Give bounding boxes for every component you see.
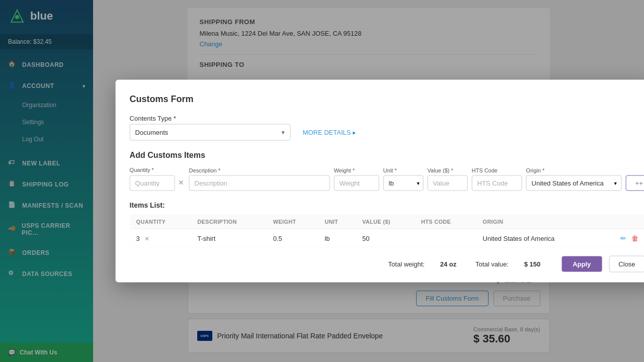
chevron-right-icon: ▸ — [353, 129, 356, 136]
row-unit: lb — [318, 229, 356, 247]
contents-type-section: Contents Type * Documents Gift Merchandi… — [130, 115, 644, 141]
edit-row-button[interactable]: ✏ — [620, 234, 626, 242]
row-quantity: 3 ✕ — [130, 229, 191, 247]
modal-title: Customs Form — [130, 94, 644, 105]
apply-button[interactable]: Apply — [561, 256, 602, 272]
col-quantity: QUANTITY — [130, 214, 191, 229]
weight-label: Weight * — [334, 167, 379, 173]
row-actions: ✏ 🗑 — [600, 229, 644, 247]
unit-label: Unit * — [383, 167, 424, 173]
customs-form-modal: Customs Form Contents Type * Documents G… — [116, 80, 644, 283]
plus-icon: + — [635, 179, 639, 187]
value-field-group: Value ($) * — [428, 167, 468, 191]
more-details-button[interactable]: MORE DETAILS ▸ — [303, 129, 357, 136]
quantity-label: Quantity * — [130, 167, 185, 173]
add-items-form-row: Quantity * ✕ Description * Weight * Unit… — [130, 167, 644, 191]
contents-type-select-wrap: Documents Gift Merchandise Other ▼ — [130, 124, 291, 141]
col-unit: UNIT — [318, 214, 356, 229]
modal-footer: Total weight: 24 oz Total value: $ 150 A… — [130, 256, 644, 273]
add-item-button[interactable]: + + Add — [626, 175, 644, 191]
quantity-input[interactable] — [130, 175, 175, 191]
unit-field-group: Unit * lb kg oz ▼ — [383, 167, 424, 191]
items-list-title: Items List: — [130, 201, 644, 209]
hts-field-group: HTS Code — [472, 167, 522, 191]
total-info: Total weight: 24 oz Total value: $ 150 — [388, 260, 551, 268]
col-origin: ORIGIN — [476, 214, 600, 229]
col-weight: WEIGHT — [267, 214, 319, 229]
origin-select[interactable]: United States of America Canada Mexico U… — [526, 175, 622, 191]
unit-select[interactable]: lb kg oz — [383, 175, 424, 191]
description-label: Description * — [189, 167, 330, 173]
total-value-label: Total value: $ 150 — [475, 260, 540, 268]
description-field-group: Description * — [189, 167, 330, 191]
row-origin: United States of America — [476, 229, 600, 247]
weight-input[interactable] — [334, 175, 379, 191]
row-value: 50 — [356, 229, 415, 247]
weight-field-group: Weight * — [334, 167, 379, 191]
origin-field-group: Origin * United States of America Canada… — [526, 167, 622, 191]
description-input[interactable] — [189, 175, 330, 191]
contents-type-label: Contents Type * — [130, 115, 644, 122]
row-description: T-shirt — [191, 229, 267, 247]
col-value: VALUE ($) — [356, 214, 415, 229]
total-weight-label: Total weight: 24 oz — [388, 260, 458, 268]
total-weight-value: 24 oz — [440, 260, 457, 268]
items-table-body: 3 ✕ T-shirt 0.5 lb 50 United States of A… — [130, 229, 644, 247]
col-actions — [600, 214, 644, 229]
value-label: Value ($) * — [428, 167, 468, 173]
close-button[interactable]: Close — [609, 256, 644, 273]
col-description: DESCRIPTION — [191, 214, 267, 229]
hts-code-input[interactable] — [472, 175, 522, 191]
col-hts-code: HTS CODE — [415, 214, 476, 229]
items-table-header: QUANTITY DESCRIPTION WEIGHT UNIT VALUE (… — [130, 214, 644, 229]
table-row: 3 ✕ T-shirt 0.5 lb 50 United States of A… — [130, 229, 644, 247]
contents-type-select[interactable]: Documents Gift Merchandise Other — [130, 124, 291, 141]
total-value-value: $ 150 — [524, 260, 541, 268]
value-input[interactable] — [428, 175, 468, 191]
row-weight: 0.5 — [267, 229, 319, 247]
quantity-clear-icon[interactable]: ✕ — [177, 175, 185, 190]
items-table: QUANTITY DESCRIPTION WEIGHT UNIT VALUE (… — [130, 214, 644, 248]
row-remove-icon[interactable]: ✕ — [144, 235, 149, 242]
quantity-field-group: Quantity * ✕ — [130, 167, 185, 191]
row-hts-code — [415, 229, 476, 247]
add-customs-items-heading: Add Customs Items — [130, 151, 644, 160]
delete-row-button[interactable]: 🗑 — [631, 234, 638, 242]
hts-label: HTS Code — [472, 167, 522, 173]
origin-label: Origin * — [526, 167, 622, 173]
